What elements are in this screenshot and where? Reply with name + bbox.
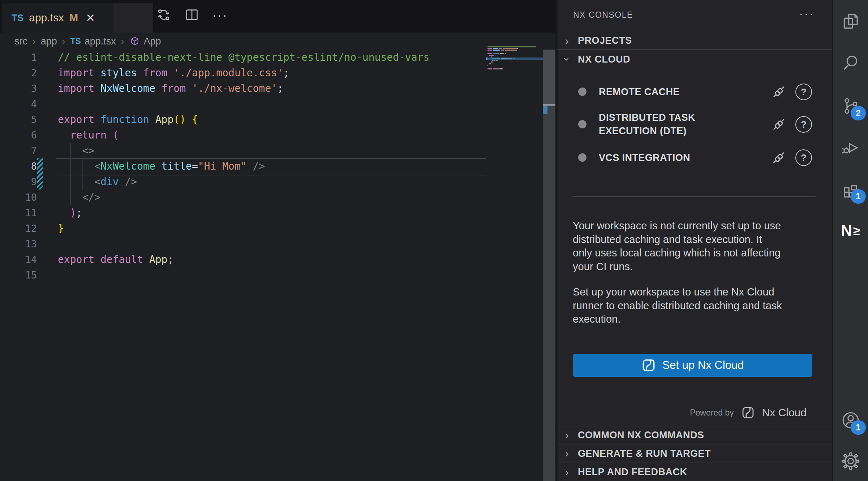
activity-nx-console[interactable]: N≥ — [840, 220, 861, 242]
item-label: REMOTE CACHE — [599, 85, 754, 99]
overview-ruler-modified-marker — [543, 106, 547, 114]
minimap-line — [487, 46, 536, 47]
help-icon[interactable]: ? — [795, 84, 812, 100]
breadcrumb-item-app-tsx[interactable]: TSapp.tsx — [70, 36, 116, 47]
nx-cloud-item-remote[interactable]: REMOTE CACHE? — [558, 80, 832, 103]
code-line: export function App() { — [58, 112, 429, 127]
editor-actions: ··· — [155, 7, 228, 23]
item-actions: ? — [771, 116, 812, 133]
nx-console-panel: NX CONSOLE ··· › PROJECTS › NX CLOUD REM… — [558, 0, 832, 481]
close-icon[interactable]: ✕ — [86, 11, 95, 25]
badge: 1 — [851, 189, 866, 204]
connect-icon[interactable] — [771, 116, 787, 132]
activity-accounts[interactable]: 1 — [840, 409, 861, 431]
item-actions: ? — [771, 149, 812, 166]
line-number: 7 — [0, 143, 37, 158]
powered-by-row: Powered by Nx Cloud — [690, 406, 807, 420]
status-bullet-icon — [578, 88, 586, 96]
minimap-line — [487, 48, 518, 49]
tab-app-tsx[interactable]: TS app.tsx M ✕ — [2, 3, 113, 33]
breadcrumb-separator-icon: › — [121, 36, 124, 47]
connect-icon[interactable] — [771, 150, 787, 166]
item-label: DISTRIBUTED TASK EXECUTION (DTE) — [599, 111, 754, 138]
section-nx-cloud[interactable]: › NX CLOUD — [558, 51, 832, 68]
line-number: 10 — [0, 190, 37, 205]
split-editor-icon[interactable] — [184, 7, 200, 23]
code-line: export default App; — [58, 252, 429, 267]
section-label: NX CLOUD — [578, 54, 630, 65]
line-number: 5 — [0, 112, 37, 127]
more-actions-icon[interactable]: ··· — [212, 7, 228, 23]
line-number: 8 — [0, 158, 37, 174]
help-icon[interactable]: ? — [795, 149, 812, 166]
breadcrumb-label: app — [41, 36, 57, 47]
code-line: </> — [58, 190, 429, 205]
chevron-right-icon: › — [563, 429, 571, 441]
text-line: Your workspace is not currently set up t… — [573, 219, 781, 233]
line-number: 4 — [0, 96, 37, 112]
gutter-modified-indicator — [37, 158, 43, 190]
code-line: <> — [58, 143, 429, 158]
section-label: PROJECTS — [578, 35, 632, 46]
activity-explorer[interactable] — [840, 11, 861, 33]
git-modified-badge: M — [69, 12, 78, 24]
activity-search[interactable] — [840, 52, 861, 74]
editor-region: TS app.tsx M ✕ ··· src›app›TSapp.tsx›App — [0, 0, 555, 481]
nx-cloud-item-distributed[interactable]: DISTRIBUTED TASK EXECUTION (DTE)? — [558, 107, 832, 142]
breadcrumb-item-app[interactable]: App — [129, 36, 161, 47]
breadcrumb-label: App — [144, 36, 161, 47]
chevron-down-icon: › — [561, 55, 573, 64]
line-number: 9 — [0, 174, 37, 190]
section-generate-run-target[interactable]: ›GENERATE & RUN TARGET — [558, 444, 832, 463]
setup-nx-cloud-button[interactable]: Set up Nx Cloud — [573, 354, 812, 377]
minimap-line — [487, 63, 491, 64]
code-line — [58, 96, 429, 112]
typescript-file-icon: TS — [70, 37, 81, 46]
minimap-line — [487, 61, 493, 63]
code-line — [58, 267, 429, 283]
section-label: GENERATE & RUN TARGET — [578, 448, 711, 459]
status-bullet-icon — [578, 120, 586, 128]
chevron-right-icon: › — [563, 35, 571, 47]
chevron-right-icon: › — [563, 447, 571, 460]
minimap-line — [487, 65, 488, 66]
nx-cloud-item-vcs[interactable]: VCS INTEGRATION? — [558, 146, 832, 169]
activity-extensions[interactable]: 1 — [840, 178, 861, 200]
nx-cloud-icon — [641, 358, 656, 373]
activity-source-control[interactable]: 2 — [840, 95, 861, 117]
symbol-class-icon — [129, 36, 140, 47]
code-line: ); — [58, 205, 429, 221]
badge: 2 — [851, 106, 866, 120]
line-number: 6 — [0, 127, 37, 143]
line-number: 12 — [0, 221, 37, 236]
code-line: import NxWelcome from './nx-welcome'; — [58, 81, 429, 96]
open-changes-icon[interactable] — [155, 7, 172, 23]
activity-run-and-debug[interactable] — [840, 137, 861, 158]
help-icon[interactable]: ? — [795, 116, 812, 133]
minimap[interactable] — [486, 46, 543, 79]
text-line: only uses local caching which is not aff… — [573, 246, 781, 260]
setup-hint-text: Set up your workspace to use the Nx Clou… — [573, 285, 782, 326]
section-projects[interactable]: › PROJECTS — [558, 32, 832, 50]
section-common-nx-commands[interactable]: ›COMMON NX COMMANDS — [558, 426, 832, 444]
code-line: <NxWelcome title="Hi Mom" /> — [58, 158, 429, 174]
button-label: Set up Nx Cloud — [662, 359, 744, 372]
connect-icon[interactable] — [771, 84, 787, 100]
code-line — [58, 236, 429, 252]
breadcrumb-item-src[interactable]: src — [14, 36, 27, 47]
code-editor[interactable]: // eslint-disable-next-line @typescript-… — [58, 50, 429, 283]
section-help-and-feedback[interactable]: ›HELP AND FEEDBACK — [558, 463, 832, 481]
scrollbar-thumb[interactable] — [543, 50, 555, 104]
activity-settings[interactable] — [840, 450, 861, 472]
code-line: } — [58, 221, 429, 236]
panel-more-actions-icon[interactable]: ··· — [799, 7, 815, 21]
breadcrumb-item-app[interactable]: app — [41, 36, 57, 47]
line-number: 3 — [0, 81, 37, 96]
activity-bar: 21N≥1 — [832, 0, 868, 481]
status-bullet-icon — [578, 153, 586, 162]
line-number: 11 — [0, 205, 37, 221]
line-number: 1 — [0, 50, 37, 65]
breadcrumb-label: src — [14, 36, 27, 47]
minimap-line — [487, 60, 498, 61]
minimap-line — [487, 53, 506, 54]
